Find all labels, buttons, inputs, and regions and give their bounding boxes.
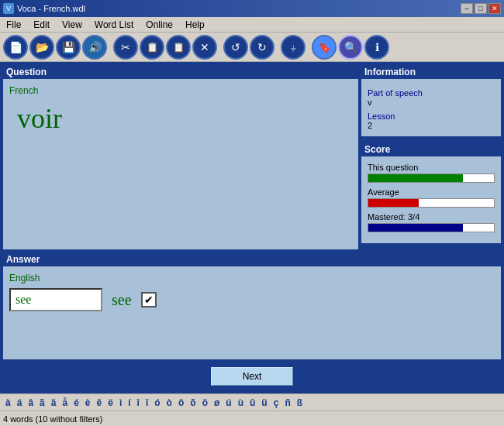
menu-help[interactable]: Help xyxy=(179,18,211,32)
title-bar-title: V Voca - French.wdl xyxy=(3,3,85,14)
char-o-uml[interactable]: ö xyxy=(200,397,210,409)
mastered-label: Mastered: 3/4 xyxy=(368,212,495,222)
information-header: Information xyxy=(361,65,501,79)
part-of-speech-label: Part of speech xyxy=(368,88,495,98)
special-chars-bar: à á â ã ä å é è ê ë ì í î ï ó ò ô õ ö ø … xyxy=(0,393,504,411)
question-content: French voir xyxy=(3,79,358,249)
title-bar: V Voca - French.wdl – □ ✕ xyxy=(0,0,504,17)
char-a-ring[interactable]: å xyxy=(60,397,70,409)
char-e-acute[interactable]: é xyxy=(71,397,81,409)
this-question-bar xyxy=(368,174,463,182)
info-button[interactable]: ℹ xyxy=(364,35,389,60)
answer-correct-word: see xyxy=(112,291,132,309)
menu-bar: File Edit View Word List Online Help xyxy=(0,17,504,33)
char-i-uml[interactable]: ï xyxy=(143,397,150,409)
char-o-grave[interactable]: ò xyxy=(164,397,174,409)
close-button[interactable]: ✕ xyxy=(488,3,501,14)
search-button[interactable]: 🔍 xyxy=(338,35,363,60)
filter-button[interactable]: ⏚ xyxy=(281,35,306,60)
this-question-bar-container xyxy=(368,173,495,183)
status-text: 4 words (10 without filters) xyxy=(3,414,102,424)
save-button[interactable]: 💾 xyxy=(56,35,81,60)
main-area: Question French voir Information Part of… xyxy=(0,62,504,393)
lesson-value: 2 xyxy=(368,121,495,130)
char-e-circ[interactable]: ê xyxy=(95,397,105,409)
new-button[interactable]: 📄 xyxy=(3,35,28,60)
open-button[interactable]: 📂 xyxy=(29,35,54,60)
average-bar xyxy=(368,199,419,207)
char-u-grave[interactable]: ù xyxy=(236,397,246,409)
char-i-acute[interactable]: í xyxy=(126,397,133,409)
char-e-grave[interactable]: è xyxy=(83,397,93,409)
information-content: Part of speech v Lesson 2 xyxy=(361,79,501,136)
top-row: Question French voir Information Part of… xyxy=(3,65,501,249)
maximize-button[interactable]: □ xyxy=(475,3,487,14)
char-u-acute[interactable]: ú xyxy=(223,397,233,409)
char-o-stroke[interactable]: ø xyxy=(212,397,222,409)
minimize-button[interactable]: – xyxy=(461,3,473,14)
right-column: Information Part of speech v Lesson 2 Sc… xyxy=(361,65,501,249)
toolbar: 📄 📂 💾 🔊 ✂ 📋 📋 ✕ ↺ ↻ ⏚ 🔖 🔍 ℹ xyxy=(0,33,504,62)
char-sharp-s[interactable]: ß xyxy=(295,397,305,409)
char-a-acute[interactable]: á xyxy=(15,397,25,409)
window-controls: – □ ✕ xyxy=(461,3,501,14)
char-u-circ[interactable]: û xyxy=(247,397,257,409)
menu-view[interactable]: View xyxy=(56,18,88,32)
lesson-label: Lesson xyxy=(368,112,495,121)
average-label: Average xyxy=(368,187,495,197)
char-e-uml[interactable]: ë xyxy=(105,397,116,409)
char-o-acute[interactable]: ó xyxy=(152,397,162,409)
next-area: Next xyxy=(3,362,501,390)
menu-edit[interactable]: Edit xyxy=(27,18,56,32)
answer-content: English see ✔ xyxy=(3,266,501,359)
menu-online[interactable]: Online xyxy=(140,18,179,32)
char-a-circ[interactable]: â xyxy=(26,397,36,409)
next-button[interactable]: Next xyxy=(211,367,294,386)
answer-input-row: see ✔ xyxy=(9,288,495,311)
char-i-grave[interactable]: ì xyxy=(117,397,124,409)
char-i-circ[interactable]: î xyxy=(135,397,142,409)
char-n-tilde[interactable]: ñ xyxy=(282,397,292,409)
question-language: French xyxy=(9,85,352,96)
menu-word-list[interactable]: Word List xyxy=(88,18,140,32)
mastered-bar xyxy=(368,224,463,232)
speaker-button[interactable]: 🔊 xyxy=(82,35,107,60)
information-panel: Information Part of speech v Lesson 2 xyxy=(361,65,501,136)
average-bar-container xyxy=(368,198,495,208)
answer-panel: Answer English see ✔ xyxy=(3,253,501,359)
title-text: Voca - French.wdl xyxy=(17,4,85,13)
delete-button[interactable]: ✕ xyxy=(192,35,217,60)
answer-checkbox[interactable]: ✔ xyxy=(141,292,157,307)
char-o-tilde[interactable]: õ xyxy=(188,397,198,409)
question-panel: Question French voir xyxy=(3,65,358,249)
answer-language: English xyxy=(9,273,495,283)
char-a-uml[interactable]: ä xyxy=(49,397,59,409)
answer-input[interactable] xyxy=(9,288,102,311)
copy-button[interactable]: 📋 xyxy=(140,35,164,60)
cut-button[interactable]: ✂ xyxy=(113,35,138,60)
answer-header: Answer xyxy=(3,253,501,266)
redo-button[interactable]: ↻ xyxy=(250,35,274,60)
question-word: voir xyxy=(17,102,352,135)
paste-button[interactable]: 📋 xyxy=(166,35,191,60)
char-c-cedilla[interactable]: ç xyxy=(271,397,281,409)
score-content: This question Average Mastered: 3/4 xyxy=(361,156,501,243)
part-of-speech-value: v xyxy=(368,98,495,107)
question-header: Question xyxy=(3,65,358,79)
char-a-grave[interactable]: à xyxy=(3,397,13,409)
app-icon: V xyxy=(3,3,14,14)
mastered-bar-container xyxy=(368,223,495,232)
char-o-circ[interactable]: ô xyxy=(176,397,186,409)
score-panel: Score This question Average Mastered: 3/… xyxy=(361,143,501,243)
score-header: Score xyxy=(361,143,501,156)
menu-file[interactable]: File xyxy=(0,18,27,32)
undo-button[interactable]: ↺ xyxy=(223,35,248,60)
bookmark-button[interactable]: 🔖 xyxy=(312,35,337,60)
char-a-tilde[interactable]: ã xyxy=(37,397,47,409)
this-question-label: This question xyxy=(368,163,495,172)
char-u-uml[interactable]: ü xyxy=(259,397,269,409)
status-bar: 4 words (10 without filters) xyxy=(0,411,504,426)
answer-row: Answer English see ✔ xyxy=(3,253,501,359)
